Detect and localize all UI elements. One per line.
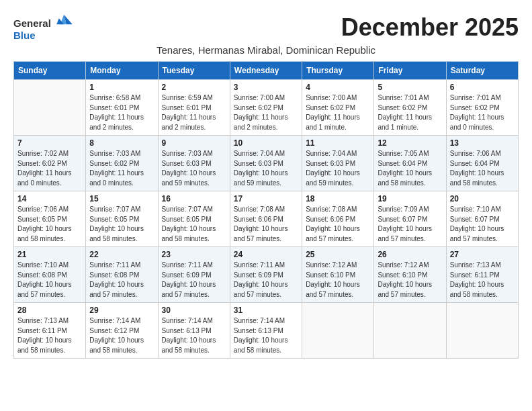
calendar-cell: 15Sunrise: 7:07 AMSunset: 6:05 PMDayligh… [86,191,158,247]
day-number: 4 [306,83,370,92]
day-number: 29 [89,306,154,315]
day-number: 10 [234,138,298,148]
calendar-week-row: 28Sunrise: 7:13 AMSunset: 6:11 PMDayligh… [14,303,519,359]
calendar-cell: 23Sunrise: 7:11 AMSunset: 6:09 PMDayligh… [158,247,230,303]
day-info: Sunrise: 7:10 AMSunset: 6:08 PMDaylight:… [17,261,82,300]
day-number: 14 [17,194,82,203]
day-info: Sunrise: 7:06 AMSunset: 6:05 PMDaylight:… [17,205,82,244]
calendar-cell: 3Sunrise: 7:00 AMSunset: 6:02 PMDaylight… [230,80,302,136]
day-number: 3 [234,83,298,92]
calendar-cell: 7Sunrise: 7:02 AMSunset: 6:02 PMDaylight… [14,136,86,191]
calendar-subtitle: Tenares, Hermanas Mirabal, Dominican Rep… [13,44,519,56]
calendar-cell: 13Sunrise: 7:06 AMSunset: 6:04 PMDayligh… [446,136,518,191]
day-number: 13 [450,138,515,148]
day-number: 27 [450,250,515,259]
day-info: Sunrise: 7:02 AMSunset: 6:02 PMDaylight:… [17,149,82,188]
day-info: Sunrise: 7:07 AMSunset: 6:05 PMDaylight:… [89,205,154,244]
day-number: 26 [378,250,442,259]
calendar-weekday-monday: Monday [86,62,158,80]
calendar-cell: 9Sunrise: 7:03 AMSunset: 6:03 PMDaylight… [158,136,230,191]
calendar-cell: 8Sunrise: 7:03 AMSunset: 6:02 PMDaylight… [86,136,158,191]
calendar-cell: 10Sunrise: 7:04 AMSunset: 6:03 PMDayligh… [230,136,302,191]
day-info: Sunrise: 7:08 AMSunset: 6:06 PMDaylight:… [306,205,370,244]
day-info: Sunrise: 7:03 AMSunset: 6:02 PMDaylight:… [89,149,154,188]
day-info: Sunrise: 7:05 AMSunset: 6:04 PMDaylight:… [378,149,442,188]
calendar-cell [302,303,374,359]
calendar-weekday-thursday: Thursday [302,62,374,80]
calendar-cell: 1Sunrise: 6:58 AMSunset: 6:01 PMDaylight… [86,80,158,136]
day-info: Sunrise: 7:12 AMSunset: 6:10 PMDaylight:… [306,261,370,300]
calendar-weekday-sunday: Sunday [14,62,86,80]
calendar-week-row: 7Sunrise: 7:02 AMSunset: 6:02 PMDaylight… [14,136,519,191]
calendar-cell: 14Sunrise: 7:06 AMSunset: 6:05 PMDayligh… [14,191,86,247]
day-info: Sunrise: 7:13 AMSunset: 6:11 PMDaylight:… [17,316,82,355]
day-number: 11 [306,138,370,148]
day-info: Sunrise: 7:03 AMSunset: 6:03 PMDaylight:… [162,149,226,188]
day-info: Sunrise: 7:14 AMSunset: 6:13 PMDaylight:… [234,316,298,355]
day-info: Sunrise: 6:58 AMSunset: 6:01 PMDaylight:… [89,93,154,132]
day-info: Sunrise: 7:01 AMSunset: 6:02 PMDaylight:… [378,93,442,132]
day-info: Sunrise: 7:10 AMSunset: 6:07 PMDaylight:… [450,205,515,244]
day-number: 22 [89,250,154,259]
calendar-cell [446,303,518,359]
calendar-cell: 4Sunrise: 7:00 AMSunset: 6:02 PMDaylight… [302,80,374,136]
calendar-cell: 28Sunrise: 7:13 AMSunset: 6:11 PMDayligh… [14,303,86,359]
day-number: 28 [17,306,82,315]
calendar-body: 1Sunrise: 6:58 AMSunset: 6:01 PMDaylight… [14,80,519,359]
day-info: Sunrise: 7:00 AMSunset: 6:02 PMDaylight:… [306,93,370,132]
day-number: 16 [162,194,226,203]
calendar-week-row: 14Sunrise: 7:06 AMSunset: 6:05 PMDayligh… [14,191,519,247]
logo-text: General Blue [13,13,74,42]
calendar-cell: 6Sunrise: 7:01 AMSunset: 6:02 PMDaylight… [446,80,518,136]
logo-blue: Blue [13,30,36,41]
day-info: Sunrise: 7:11 AMSunset: 6:09 PMDaylight:… [162,261,226,300]
calendar-week-row: 1Sunrise: 6:58 AMSunset: 6:01 PMDaylight… [14,80,519,136]
calendar-cell: 18Sunrise: 7:08 AMSunset: 6:06 PMDayligh… [302,191,374,247]
day-number: 6 [450,83,515,92]
day-number: 25 [306,250,370,259]
day-number: 20 [450,194,515,203]
calendar-cell: 27Sunrise: 7:13 AMSunset: 6:11 PMDayligh… [446,247,518,303]
logo-general: General [13,17,51,29]
calendar-cell: 31Sunrise: 7:14 AMSunset: 6:13 PMDayligh… [230,303,302,359]
calendar-cell: 24Sunrise: 7:11 AMSunset: 6:09 PMDayligh… [230,247,302,303]
calendar-cell: 20Sunrise: 7:10 AMSunset: 6:07 PMDayligh… [446,191,518,247]
calendar-cell: 30Sunrise: 7:14 AMSunset: 6:13 PMDayligh… [158,303,230,359]
day-info: Sunrise: 7:11 AMSunset: 6:08 PMDaylight:… [89,261,154,300]
day-info: Sunrise: 7:04 AMSunset: 6:03 PMDaylight:… [234,149,298,188]
day-number: 15 [89,194,154,203]
day-number: 5 [378,83,442,92]
calendar-cell: 5Sunrise: 7:01 AMSunset: 6:02 PMDaylight… [374,80,446,136]
day-number: 21 [17,250,82,259]
calendar-cell: 29Sunrise: 7:14 AMSunset: 6:12 PMDayligh… [86,303,158,359]
day-number: 2 [162,83,226,92]
day-info: Sunrise: 7:13 AMSunset: 6:11 PMDaylight:… [450,261,515,300]
calendar-header-row: SundayMondayTuesdayWednesdayThursdayFrid… [14,62,519,80]
calendar-cell: 19Sunrise: 7:09 AMSunset: 6:07 PMDayligh… [374,191,446,247]
day-info: Sunrise: 6:59 AMSunset: 6:01 PMDaylight:… [162,93,226,132]
calendar-week-row: 21Sunrise: 7:10 AMSunset: 6:08 PMDayligh… [14,247,519,303]
calendar-weekday-tuesday: Tuesday [158,62,230,80]
day-info: Sunrise: 7:01 AMSunset: 6:02 PMDaylight:… [450,93,515,132]
calendar-cell [14,80,86,136]
calendar-cell: 12Sunrise: 7:05 AMSunset: 6:04 PMDayligh… [374,136,446,191]
calendar-table: SundayMondayTuesdayWednesdayThursdayFrid… [13,61,519,359]
day-info: Sunrise: 7:04 AMSunset: 6:03 PMDaylight:… [306,149,370,188]
page-header: General Blue December 2025 [13,13,519,42]
logo: General Blue [13,13,74,42]
day-info: Sunrise: 7:11 AMSunset: 6:09 PMDaylight:… [234,261,298,300]
calendar-cell: 26Sunrise: 7:12 AMSunset: 6:10 PMDayligh… [374,247,446,303]
day-info: Sunrise: 7:07 AMSunset: 6:05 PMDaylight:… [162,205,226,244]
calendar-cell: 16Sunrise: 7:07 AMSunset: 6:05 PMDayligh… [158,191,230,247]
day-number: 1 [89,83,154,92]
calendar-cell: 22Sunrise: 7:11 AMSunset: 6:08 PMDayligh… [86,247,158,303]
calendar-cell: 25Sunrise: 7:12 AMSunset: 6:10 PMDayligh… [302,247,374,303]
calendar-cell: 21Sunrise: 7:10 AMSunset: 6:08 PMDayligh… [14,247,86,303]
day-info: Sunrise: 7:14 AMSunset: 6:13 PMDaylight:… [162,316,226,355]
day-info: Sunrise: 7:06 AMSunset: 6:04 PMDaylight:… [450,149,515,188]
day-number: 19 [378,194,442,203]
day-number: 9 [162,138,226,148]
calendar-cell: 17Sunrise: 7:08 AMSunset: 6:06 PMDayligh… [230,191,302,247]
day-info: Sunrise: 7:00 AMSunset: 6:02 PMDaylight:… [234,93,298,132]
calendar-weekday-wednesday: Wednesday [230,62,302,80]
